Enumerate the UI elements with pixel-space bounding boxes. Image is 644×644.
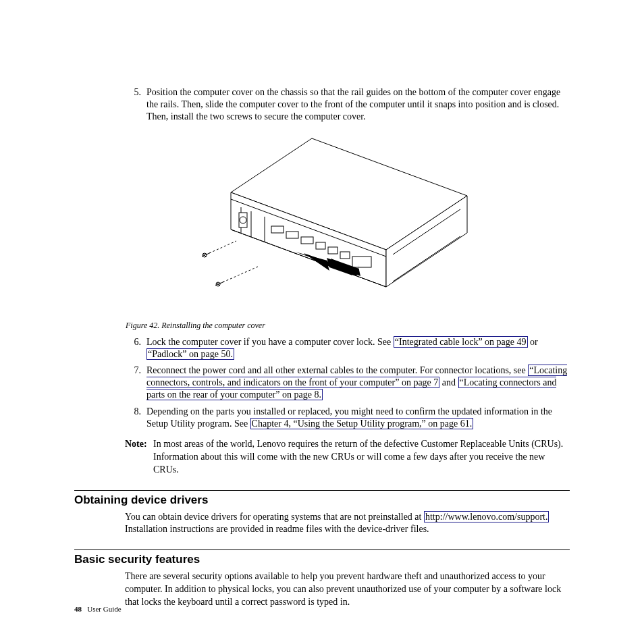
step-text: Depending on the parts you installed or … [146, 406, 570, 430]
page-number: 48 [74, 605, 82, 613]
page-footer: 48 User Guide [74, 605, 122, 613]
svg-rect-11 [286, 232, 298, 238]
svg-line-21 [209, 241, 236, 253]
svg-rect-13 [316, 242, 325, 249]
section-basic-security-features: Basic security features There are severa… [74, 549, 570, 609]
svg-rect-12 [301, 237, 313, 244]
step-number: 8. [125, 406, 146, 430]
text-run: Lock the computer cover if you have a co… [146, 337, 394, 347]
figure-42 [74, 132, 570, 317]
step-text: Position the computer cover on the chass… [146, 86, 570, 124]
svg-line-25 [207, 252, 211, 254]
svg-rect-16 [352, 257, 371, 267]
svg-point-9 [240, 217, 246, 223]
note-label: Note: [125, 438, 153, 477]
svg-line-26 [223, 267, 258, 282]
svg-line-30 [220, 281, 224, 284]
svg-rect-15 [340, 252, 350, 259]
computer-cover-illustration [157, 132, 487, 314]
step-8: 8. Depending on the parts you installed … [125, 406, 570, 430]
text-run: Installation instructions are provided i… [125, 524, 429, 534]
text-run: Reconnect the power cord and all other e… [146, 365, 528, 375]
step-number: 5. [125, 86, 146, 124]
text-run: and [439, 377, 458, 387]
step-6: 6. Lock the computer cover if you have a… [125, 336, 570, 360]
link-integrated-cable-lock[interactable]: “Integrated cable lock” on page 49 [394, 336, 528, 348]
note-text: In most areas of the world, Lenovo requi… [153, 438, 570, 477]
step-5: 5. Position the computer cover on the ch… [125, 86, 570, 124]
section-body: You can obtain device drivers for operat… [125, 511, 570, 537]
section-obtaining-device-drivers: Obtaining device drivers You can obtain … [74, 490, 570, 537]
link-setup-utility[interactable]: Chapter 4, “Using the Setup Utility prog… [250, 418, 474, 429]
svg-rect-14 [328, 247, 338, 254]
svg-rect-10 [271, 226, 284, 233]
step-7: 7. Reconnect the power cord and all othe… [125, 365, 570, 402]
section-body: There are several security options avail… [125, 570, 570, 609]
step-text: Lock the computer cover if you have a co… [146, 336, 570, 360]
text-run: You can obtain device drivers for operat… [125, 512, 424, 522]
step-text: Reconnect the power cord and all other e… [146, 365, 570, 402]
section-heading: Obtaining device drivers [74, 493, 570, 507]
link-padlock[interactable]: “Padlock” on page 50. [146, 348, 234, 360]
footer-label: User Guide [87, 605, 121, 613]
step-number: 6. [125, 336, 146, 360]
step-number: 7. [125, 365, 146, 402]
text-run: or [528, 337, 538, 347]
page-content: 5. Position the computer cover on the ch… [74, 86, 570, 609]
figure-caption: Figure 42. Reinstalling the computer cov… [126, 321, 570, 331]
section-heading: Basic security features [74, 553, 570, 566]
link-lenovo-support[interactable]: http://www.lenovo.com/support. [424, 511, 549, 522]
note-block: Note: In most areas of the world, Lenovo… [125, 438, 570, 477]
